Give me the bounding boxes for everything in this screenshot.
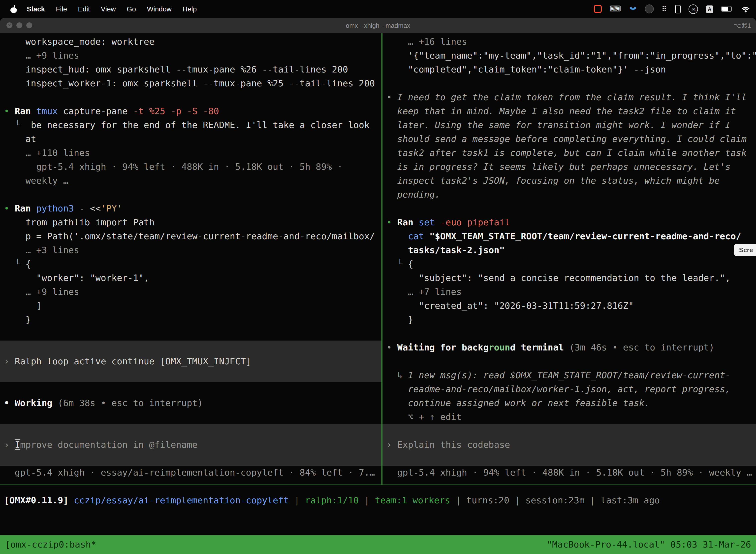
- menu-item-view[interactable]: View: [101, 5, 116, 13]
- omx-status-line: [OMX#0.11.9] cczip/essay/ai-reimplementa…: [0, 493, 756, 507]
- terminal-line: … +9 lines: [0, 49, 381, 63]
- menu-item-go[interactable]: Go: [127, 5, 136, 13]
- window-minimize-button[interactable]: [16, 22, 22, 28]
- window-close-button[interactable]: [6, 22, 12, 28]
- terminal-line: cat "$OMX_TEAM_STATE_ROOT/team/review-cu…: [382, 229, 756, 243]
- terminal-line: … +16 lines: [382, 35, 756, 49]
- terminal-line: └ be necessary for the end of the README…: [0, 118, 381, 132]
- terminal-line: weekly …: [0, 174, 381, 188]
- terminal-line: later. Using the same for transition mig…: [382, 118, 756, 132]
- terminal-line: └ {: [0, 257, 381, 271]
- menu-item-slack[interactable]: Slack: [27, 5, 45, 13]
- terminal-line: [382, 76, 756, 90]
- terminal-line: task2 after task1 is complete, but can I…: [382, 146, 756, 160]
- terminal-line: keep that in mind. Maybe I also need the…: [382, 104, 756, 118]
- terminal-line: workspace_mode: worktree: [0, 35, 381, 49]
- terminal-line: └ {: [382, 257, 756, 271]
- terminal-line: "worker": "worker-1",: [0, 271, 381, 285]
- tmux-host-clock: "MacBook-Pro-44.local" 05:03 31-Mar-26: [547, 535, 751, 554]
- terminal-line: "created_at": "2026-03-31T11:59:27.816Z": [382, 299, 756, 313]
- terminal-line: [0, 90, 381, 104]
- terminal-line: at: [0, 132, 381, 146]
- terminal-line: should send a message before completing …: [382, 132, 756, 146]
- terminal-line: … +3 lines: [0, 243, 381, 257]
- terminal-line: [0, 327, 381, 340]
- terminal-line: [0, 424, 381, 438]
- dark-app-icon[interactable]: [645, 4, 653, 13]
- terminal-line: gpt-5.4 xhigh · 94% left · 488K in · 5.1…: [0, 160, 381, 174]
- apple-menu-icon[interactable]: [10, 5, 18, 13]
- terminal-line: … +9 lines: [0, 285, 381, 299]
- terminal-line: "subject": "send a concise recommendatio…: [382, 271, 756, 285]
- terminal-line: }: [0, 313, 381, 327]
- menu-status-icons: ⌨ ⠿ .61 A: [593, 4, 750, 14]
- tmux-status-bar: [omx-cczip0:bash* "MacBook-Pro-44.local"…: [0, 535, 756, 554]
- terminal-line: [382, 202, 756, 215]
- terminal-line: tasks/task-2.json": [382, 243, 756, 257]
- screen: SlackFileEditViewGoWindowHelp ⌨ ⠿ .61 A …: [0, 0, 756, 554]
- input-source-icon[interactable]: A: [706, 5, 713, 13]
- terminal-line: • Ran set -euo pipefail: [382, 215, 756, 229]
- terminal-line: ]: [0, 299, 381, 313]
- terminal-line: [382, 354, 756, 368]
- tmux-session-name: [omx-cczip0:bash*: [5, 535, 96, 554]
- terminal-line: inspect_hud: omx sparkshell --tmux-pane …: [0, 63, 381, 76]
- iphone-mirroring-icon[interactable]: [675, 5, 681, 13]
- terminal-line: • Waiting for background terminal (3m 46…: [382, 340, 756, 354]
- terminal-line: p = Path('.omx/state/team/review-current…: [0, 229, 381, 243]
- terminal-line: '{"team_name":"my-team","task_id":"1","f…: [382, 49, 756, 63]
- window-zoom-button[interactable]: [26, 22, 32, 28]
- terminal-line: gpt-5.4 xhigh · essay/ai-reimplementatio…: [0, 466, 381, 480]
- terminal-line: gpt-5.4 xhigh · 94% left · 488K in · 5.1…: [382, 466, 756, 480]
- terminal-line: [0, 368, 381, 382]
- terminal-line: readme-and-reco/mailbox/worker-1.json, a…: [382, 382, 756, 396]
- window-title: omx --xhigh --madmax: [346, 21, 410, 29]
- window-shortcut-hint: ⌥⌘1: [734, 21, 751, 29]
- app-grid-icon[interactable]: ⠿: [662, 5, 667, 13]
- terminal-window: omx --xhigh --madmax ⌥⌘1 workspace_mode:…: [0, 18, 756, 554]
- menu-item-file[interactable]: File: [56, 5, 67, 13]
- menu-item-help[interactable]: Help: [183, 5, 197, 13]
- tmux-pane-left[interactable]: workspace_mode: worktree … +9 lines insp…: [0, 33, 381, 485]
- terminal-line: • Ran python3 - <<'PY': [0, 202, 381, 215]
- screen-recording-indicator-icon[interactable]: [593, 5, 602, 13]
- window-titlebar[interactable]: omx --xhigh --madmax ⌥⌘1: [0, 18, 756, 33]
- terminal-line: … +110 lines: [0, 146, 381, 160]
- keyboard-icon[interactable]: ⌨: [610, 5, 621, 13]
- terminal-line: [382, 424, 756, 438]
- terminal-line: ↳ 1 new msg(s): read $OMX_TEAM_STATE_ROO…: [382, 368, 756, 382]
- menu-item-window[interactable]: Window: [147, 5, 172, 13]
- terminal-line: • Working (6m 38s • esc to interrupt): [0, 396, 381, 410]
- terminal-line: ⌥ + ↑ edit: [382, 410, 756, 424]
- terminal-line: "completed","claim_token":"claim-token"}…: [382, 63, 756, 76]
- terminal-line: [0, 340, 381, 354]
- terminal-line: › Improve documentation in @filename: [0, 438, 381, 452]
- terminal-line: … +7 lines: [382, 285, 756, 299]
- terminal-line: › Explain this codebase: [382, 438, 756, 452]
- terminal-line: [0, 410, 381, 424]
- terminal-line: [382, 452, 756, 466]
- terminal-line: • Ran tmux capture-pane -t %25 -p -S -80: [0, 104, 381, 118]
- traffic-lights: [0, 22, 32, 28]
- terminal-line: • I need to get the claim token from the…: [382, 90, 756, 104]
- terminal-line: [382, 327, 756, 340]
- menu-item-edit[interactable]: Edit: [78, 5, 90, 13]
- terminal-line: [0, 452, 381, 466]
- bluesky-icon[interactable]: [629, 6, 637, 12]
- battery-meter-icon[interactable]: .61: [689, 4, 698, 14]
- terminal-line: › Ralph loop active continue [OMX_TMUX_I…: [0, 354, 381, 368]
- menu-items: SlackFileEditViewGoWindowHelp: [27, 5, 197, 13]
- terminal-line: inspect task2's JSON, focusing on the st…: [382, 174, 756, 188]
- tmux-session: workspace_mode: worktree … +9 lines insp…: [0, 33, 756, 485]
- tmux-pane-right[interactable]: … +16 lines '{"team_name":"my-team","tas…: [382, 33, 756, 485]
- tmux-pane-border: [0, 485, 756, 485]
- terminal-line: is in progress? It seems likely but perh…: [382, 160, 756, 174]
- battery-icon[interactable]: [721, 6, 733, 12]
- terminal-line: continue assigned work or next feasible …: [382, 396, 756, 410]
- terminal-line: inspect_worker-1: omx sparkshell --tmux-…: [0, 76, 381, 90]
- menu-bar: SlackFileEditViewGoWindowHelp ⌨ ⠿ .61 A: [0, 0, 756, 18]
- terminal-line: pending.: [382, 188, 756, 202]
- wifi-icon[interactable]: [741, 6, 750, 12]
- terminal-line: from pathlib import Path: [0, 215, 381, 229]
- screen-share-tooltip: Scre: [734, 244, 756, 256]
